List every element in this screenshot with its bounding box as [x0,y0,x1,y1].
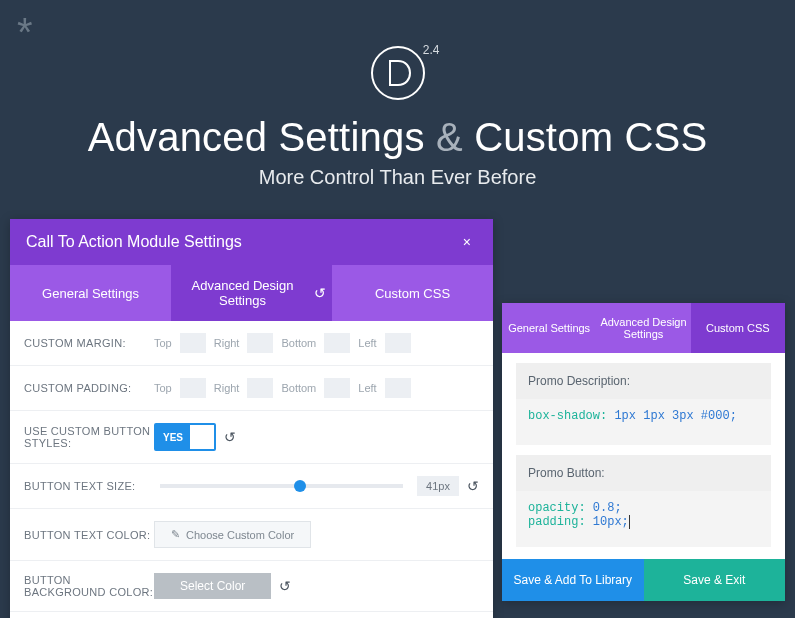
asterisk-decor: * [17,10,33,55]
field-button-text-color: BUTTON TEXT COLOR: ✎ Choose Custom Color [10,509,493,561]
d-logo-icon [370,45,426,101]
reset-icon[interactable]: ↺ [467,478,479,494]
modal-header: Call To Action Module Settings × [10,219,493,265]
panel-footer: Save & Add To Library Save & Exit [502,559,785,601]
promo-button-label: Promo Button: [516,455,771,491]
custom-button-styles-toggle[interactable]: YES [154,423,216,451]
tab-advanced-design[interactable]: Advanced Design Settings [596,303,690,353]
close-icon[interactable]: × [457,232,477,252]
module-settings-modal: Call To Action Module Settings × General… [10,219,493,618]
promo-button-textarea[interactable]: opacity: 0.8;padding: 10px; [516,491,771,547]
text-size-value[interactable]: 41px [417,476,459,496]
save-exit-button[interactable]: Save & Exit [644,559,786,601]
promo-button-block: Promo Button: opacity: 0.8;padding: 10px… [502,445,785,547]
field-button-text-size: BUTTON TEXT SIZE: 41px ↺ [10,464,493,509]
field-custom-padding: CUSTOM PADDING: Top Right Bottom Left [10,366,493,411]
field-button-background-color: BUTTON BACKGROUND COLOR: Select Color ↺ [10,561,493,612]
field-button-border-width: BUTTON BORDER WIDTH: [10,612,493,618]
eyedropper-icon: ✎ [171,528,180,541]
panel-tabbar: General Settings Advanced Design Setting… [502,303,785,353]
tab-general-settings[interactable]: General Settings [10,265,171,321]
choose-color-button[interactable]: ✎ Choose Custom Color [154,521,311,548]
margin-left-input[interactable] [385,333,411,353]
tab-general-settings[interactable]: General Settings [502,303,596,353]
margin-top-input[interactable] [180,333,206,353]
version-badge: 2.4 [423,43,440,57]
svg-point-0 [372,47,424,99]
promo-description-block: Promo Description: box-shadow: 1px 1px 3… [502,353,785,445]
tab-advanced-design[interactable]: Advanced Design Settings ↺ [171,265,332,321]
reset-icon[interactable]: ↺ [279,578,291,594]
promo-description-textarea[interactable]: box-shadow: 1px 1px 3px #000; [516,399,771,445]
hero-title: Advanced Settings & Custom CSS [0,115,795,160]
field-custom-margin: CUSTOM MARGIN: Top Right Bottom Left [10,321,493,366]
promo-description-label: Promo Description: [516,363,771,399]
padding-left-input[interactable] [385,378,411,398]
text-size-slider[interactable] [160,484,403,488]
modal-title: Call To Action Module Settings [26,233,242,251]
hero-subtitle: More Control Than Ever Before [0,166,795,189]
padding-top-input[interactable] [180,378,206,398]
tab-custom-css[interactable]: Custom CSS [332,265,493,321]
field-use-custom-button-styles: USE CUSTOM BUTTON STYLES: YES ↺ [10,411,493,464]
padding-right-input[interactable] [247,378,273,398]
modal-tabbar: General Settings Advanced Design Setting… [10,265,493,321]
reset-icon[interactable]: ↺ [314,285,326,301]
margin-right-input[interactable] [247,333,273,353]
custom-css-panel: General Settings Advanced Design Setting… [502,303,785,601]
padding-bottom-input[interactable] [324,378,350,398]
select-color-button[interactable]: Select Color [154,573,271,599]
hero-logo: 2.4 [370,45,426,101]
margin-bottom-input[interactable] [324,333,350,353]
tab-custom-css[interactable]: Custom CSS [691,303,785,353]
reset-icon[interactable]: ↺ [224,429,236,445]
save-add-library-button[interactable]: Save & Add To Library [502,559,644,601]
hero: 2.4 Advanced Settings & Custom CSS More … [0,0,795,189]
